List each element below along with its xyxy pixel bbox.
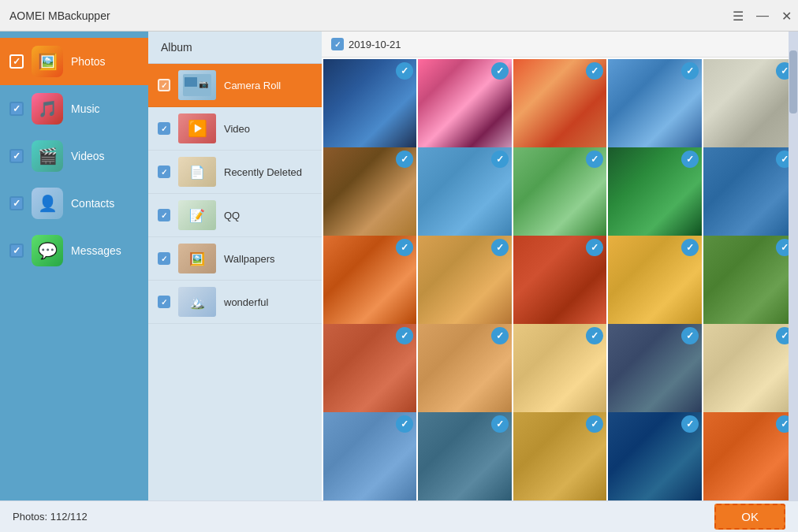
photo-check-18: ✓ xyxy=(681,327,699,344)
recently-deleted-thumb: 📄 xyxy=(178,157,216,187)
contacts-label: Contacts xyxy=(71,197,114,210)
videos-icon: 🎬 xyxy=(32,140,63,172)
photo-cell-8[interactable]: ✓ xyxy=(608,147,701,240)
photo-check-11: ✓ xyxy=(491,239,509,256)
music-icon: 🎵 xyxy=(32,93,63,125)
photo-cell-18[interactable]: ✓ xyxy=(608,324,701,417)
photo-check-23: ✓ xyxy=(681,415,699,433)
contacts-icon: 👤 xyxy=(32,188,63,219)
camera-roll-thumb: 📷 xyxy=(178,70,216,100)
photo-cell-23[interactable]: ✓ xyxy=(608,412,701,500)
photo-grid: ✓✓✓✓✓✓✓✓✓✓✓✓✓✓✓✓✓✓✓✓✓✓✓✓✓ xyxy=(322,58,798,500)
video-check[interactable] xyxy=(158,122,170,135)
scroll-bar[interactable] xyxy=(789,32,798,500)
photo-cell-12[interactable]: ✓ xyxy=(513,236,606,329)
photos-checkbox[interactable] xyxy=(9,54,24,69)
recently-deleted-label: Recently Deleted xyxy=(224,166,302,178)
svg-text:📷: 📷 xyxy=(199,79,209,89)
messages-icon: 💬 xyxy=(32,235,63,266)
photo-date-header: 2019-10-21 xyxy=(322,32,798,58)
album-item-wonderful[interactable]: 🏔️ wonderful xyxy=(148,281,322,324)
photo-cell-24[interactable]: ✓ xyxy=(703,412,796,500)
main-container: 🖼️ Photos 🎵 Music 🎬 Videos 👤 Contacts 💬 … xyxy=(0,32,798,500)
album-header: Album xyxy=(148,32,322,64)
photo-cell-4[interactable]: ✓ xyxy=(703,59,796,152)
photo-cell-1[interactable]: ✓ xyxy=(418,59,511,152)
photo-cell-21[interactable]: ✓ xyxy=(418,412,511,500)
sidebar-item-videos[interactable]: 🎬 Videos xyxy=(0,132,148,180)
photo-cell-22[interactable]: ✓ xyxy=(513,412,606,500)
photo-cell-17[interactable]: ✓ xyxy=(513,324,606,417)
messages-label: Messages xyxy=(71,244,121,257)
svg-rect-2 xyxy=(185,77,197,87)
photo-cell-11[interactable]: ✓ xyxy=(418,236,511,329)
date-check[interactable] xyxy=(331,38,344,50)
ok-button[interactable]: OK xyxy=(714,504,785,530)
qq-label: QQ xyxy=(224,210,240,221)
album-item-camera-roll[interactable]: 📷 Camera Roll xyxy=(148,64,322,107)
close-button[interactable]: ✕ xyxy=(781,8,792,23)
photo-cell-9[interactable]: ✓ xyxy=(703,147,796,240)
qq-check[interactable] xyxy=(158,209,170,221)
camera-roll-label: Camera Roll xyxy=(224,80,281,91)
videos-label: Videos xyxy=(71,150,105,162)
window-controls: ☰ — ✕ xyxy=(733,8,792,23)
photos-count: Photos: 112/112 xyxy=(13,511,88,523)
sidebar-item-photos[interactable]: 🖼️ Photos xyxy=(0,38,148,85)
wallpapers-check[interactable] xyxy=(158,252,170,265)
videos-checkbox[interactable] xyxy=(9,149,24,163)
video-thumb: ▶️ xyxy=(178,113,216,143)
photo-cell-7[interactable]: ✓ xyxy=(513,147,606,240)
photos-icon: 🖼️ xyxy=(32,46,63,77)
album-item-qq[interactable]: 📝 QQ xyxy=(148,194,322,237)
music-label: Music xyxy=(71,102,100,115)
photo-check-21: ✓ xyxy=(491,415,509,433)
wallpapers-label: Wallpapers xyxy=(224,253,275,265)
photo-check-1: ✓ xyxy=(491,62,509,80)
album-item-recently-deleted[interactable]: 📄 Recently Deleted xyxy=(148,151,322,194)
photo-cell-14[interactable]: ✓ xyxy=(703,236,796,329)
photo-check-16: ✓ xyxy=(491,327,509,344)
camera-roll-check[interactable] xyxy=(158,79,170,91)
photo-panel: 2019-10-21 ✓✓✓✓✓✓✓✓✓✓✓✓✓✓✓✓✓✓✓✓✓✓✓✓✓ xyxy=(322,32,798,500)
sidebar-item-messages[interactable]: 💬 Messages xyxy=(0,227,148,274)
album-panel: Album 📷 Camera Roll ▶ xyxy=(148,32,322,500)
photo-cell-0[interactable]: ✓ xyxy=(323,59,416,152)
recently-deleted-check[interactable] xyxy=(158,166,170,178)
qq-thumb: 📝 xyxy=(178,200,216,230)
photo-cell-20[interactable]: ✓ xyxy=(323,412,416,500)
photo-check-8: ✓ xyxy=(681,151,699,168)
photo-cell-6[interactable]: ✓ xyxy=(418,147,511,240)
album-list: 📷 Camera Roll ▶️ Video 📄 Recently De xyxy=(148,64,322,500)
wonderful-label: wonderful xyxy=(224,296,268,308)
messages-checkbox[interactable] xyxy=(9,244,24,258)
app-title: AOMEI MBackupper xyxy=(9,9,110,22)
album-item-video[interactable]: ▶️ Video xyxy=(148,107,322,151)
contacts-checkbox[interactable] xyxy=(9,196,24,210)
list-icon[interactable]: ☰ xyxy=(733,8,744,23)
status-bar: Photos: 112/112 OK xyxy=(0,500,798,532)
photo-cell-16[interactable]: ✓ xyxy=(418,324,511,417)
photos-label: Photos xyxy=(71,55,106,68)
sidebar-item-music[interactable]: 🎵 Music xyxy=(0,85,148,132)
photo-cell-5[interactable]: ✓ xyxy=(323,147,416,240)
photo-cell-3[interactable]: ✓ xyxy=(608,59,701,152)
wallpapers-thumb: 🖼️ xyxy=(178,244,216,273)
sidebar-item-contacts[interactable]: 👤 Contacts xyxy=(0,180,148,227)
photo-cell-13[interactable]: ✓ xyxy=(608,236,701,329)
music-checkbox[interactable] xyxy=(9,102,24,116)
photo-cell-15[interactable]: ✓ xyxy=(323,324,416,417)
photo-check-13: ✓ xyxy=(681,239,699,256)
wonderful-check[interactable] xyxy=(158,296,170,308)
photo-date-label: 2019-10-21 xyxy=(349,39,401,50)
photo-check-3: ✓ xyxy=(681,62,699,80)
sidebar: 🖼️ Photos 🎵 Music 🎬 Videos 👤 Contacts 💬 … xyxy=(0,32,148,500)
photo-cell-10[interactable]: ✓ xyxy=(323,236,416,329)
photo-cell-19[interactable]: ✓ xyxy=(703,324,796,417)
scroll-thumb[interactable] xyxy=(789,50,797,113)
photo-cell-2[interactable]: ✓ xyxy=(513,59,606,152)
album-item-wallpapers[interactable]: 🖼️ Wallpapers xyxy=(148,237,322,281)
photo-check-6: ✓ xyxy=(491,151,509,168)
video-label: Video xyxy=(224,123,250,135)
minimize-button[interactable]: — xyxy=(756,9,769,23)
